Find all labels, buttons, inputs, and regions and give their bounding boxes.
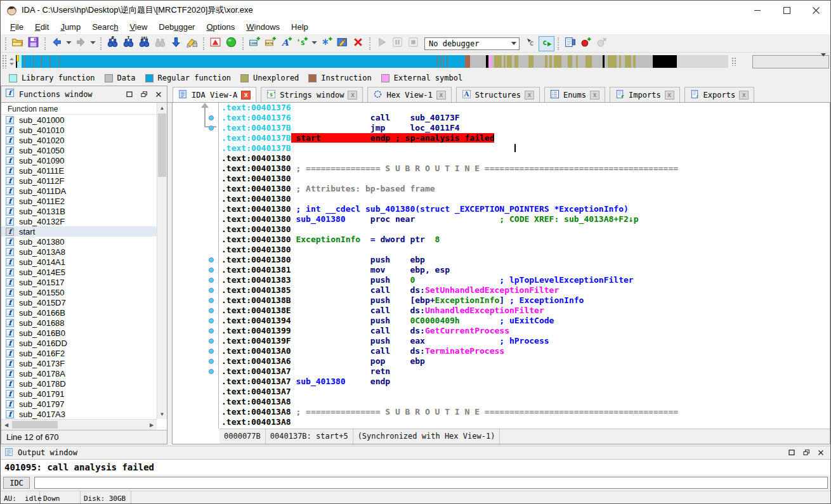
search-immediate-button[interactable]: # [105,36,121,51]
disassembly-line[interactable]: .text:0040137B [221,143,830,153]
disassembly-line[interactable]: .text:0040139F push eax ; hProcess [221,336,830,346]
tab-close-icon[interactable]: x [665,91,674,100]
scroll-left-icon[interactable]: ◀ [1,422,11,428]
output-close-button[interactable] [818,449,824,456]
function-row[interactable]: fsub_401000 [1,115,157,125]
tab-imports[interactable]: Importsx [610,87,680,102]
forward-button[interactable] [73,36,89,51]
navigation-band[interactable] [16,55,728,68]
continue-process-button[interactable]: c [539,36,554,51]
tab-close-icon[interactable]: x [739,91,749,100]
analysis-indicator[interactable] [223,36,239,51]
debug-start-button[interactable] [374,36,389,51]
make-code-button[interactable]: CODE [247,36,263,51]
close-button[interactable] [801,1,830,20]
search-binary-button[interactable]: 101 [136,36,152,51]
back-dropdown[interactable] [65,36,73,51]
function-row[interactable]: fsub_40111E [1,165,157,176]
disassembly-line[interactable]: .text:00401380 ExceptionInfo = dword ptr… [221,235,830,245]
disassembly-line[interactable]: .text:0040138B push [ebp+ExceptionInfo] … [221,295,830,306]
function-row[interactable]: fsub_401380 [1,236,157,247]
function-row[interactable]: fsub_401050 [1,145,157,155]
maximize-button[interactable] [772,1,801,20]
edit-function-button[interactable] [334,36,350,51]
disassembly-line[interactable]: .text:00401380 [221,194,830,204]
function-row[interactable]: fsub_401791 [1,389,157,399]
undefine-button[interactable] [350,36,366,51]
search-again-button[interactable] [152,36,168,51]
disassembly-line[interactable]: .text:004013A7 retn [221,366,830,377]
disassembly-line[interactable]: .text:0040137B start endp ; sp-analysis … [221,133,830,143]
highlight-button[interactable] [184,36,200,51]
output-restore-button[interactable] [788,449,795,456]
disassembly-line[interactable]: .text:00401376 [221,103,830,113]
disassembly-line[interactable]: .text:00401380 ; Attributes: bp-based fr… [221,184,830,194]
tab-close-icon[interactable]: x [348,91,357,100]
menu-file[interactable]: File [4,20,29,34]
string-dropdown[interactable] [310,36,318,51]
output-float-button[interactable] [803,449,810,456]
disassembly-line[interactable]: .text:004013A7 sub_401380 endp [221,377,830,387]
functions-float-button[interactable] [141,91,148,98]
debugger-windows-button[interactable] [562,36,578,51]
disassembly-line[interactable]: .text:0040138E call ds:UnhandledExceptio… [221,306,830,316]
function-row[interactable]: fstart [1,226,157,236]
function-row[interactable]: fsub_40112F [1,176,157,186]
functions-horizontal-scrollbar[interactable]: ◀ ▶ [1,419,157,430]
disassembly-line[interactable]: .text:00401380 push ebp [221,255,830,265]
disassembly-line[interactable]: .text:00401394 push 0C0000409h ; uExitCo… [221,316,830,326]
navband-drag-handle[interactable] [2,55,8,68]
function-row[interactable]: fsub_4016B0 [1,328,157,338]
disassembly-line[interactable]: .text:00401380 [221,153,830,164]
disassembly-line[interactable]: .text:00401381 mov ebp, esp [221,265,830,275]
menu-help[interactable]: Help [285,20,314,34]
debugger-combo[interactable]: No debugger [424,37,520,50]
tab-structures[interactable]: AStructuresx [456,87,540,102]
menu-debugger[interactable]: Debugger [153,20,200,34]
scroll-right-icon[interactable]: ▶ [147,422,157,428]
tab-hex-view-1[interactable]: Hex View-1x [367,87,451,102]
menu-view[interactable]: View [124,20,153,34]
add-breakpoint-button[interactable] [578,36,594,51]
save-button[interactable] [25,36,41,51]
function-row[interactable]: fsub_401797 [1,399,157,409]
function-row[interactable]: fsub_4016F2 [1,348,157,358]
scroll-up-icon[interactable]: ▲ [157,103,167,113]
function-row[interactable]: fsub_4017A3 [1,409,157,419]
function-row[interactable]: fsub_401010 [1,125,157,135]
function-row[interactable]: fsub_4014A1 [1,257,157,267]
tab-close-icon[interactable]: x [241,91,251,100]
jump-address-button[interactable] [168,36,184,51]
disassembly-line[interactable]: .text:004013A8 [221,397,830,407]
function-row[interactable]: fsub_40178D [1,378,157,389]
disassembly-line[interactable]: .text:0040137B jmp loc_4011F4 [221,123,830,133]
function-row[interactable]: fsub_40178A [1,368,157,378]
menu-options[interactable]: Options [200,20,240,34]
disassembly-line[interactable]: .text:00401376 call sub_40173F [221,113,830,123]
disassembly-line[interactable]: .text:004013A8 [221,417,830,427]
disassembly-line[interactable]: .text:004013A7 [221,387,830,397]
idc-command-input[interactable] [34,477,828,489]
function-row[interactable]: fsub_4013A8 [1,247,157,257]
open-file-button[interactable] [10,36,25,51]
function-row[interactable]: fsub_401550 [1,287,157,297]
functions-restore-button[interactable] [126,91,133,98]
disassembly-line[interactable]: .text:004013A6 pop ebp [221,356,830,366]
disassembly-line[interactable]: .text:00401399 call ds:GetCurrentProcess [221,326,830,336]
menu-jump[interactable]: Jump [55,20,86,34]
function-row[interactable]: fsub_40166B [1,307,157,318]
search-text-button[interactable]: T [121,36,136,51]
function-row[interactable]: fsub_4016DD [1,338,157,348]
disassembly-line[interactable]: .text:00401380 [221,245,830,255]
function-row[interactable]: fsub_401020 [1,135,157,145]
tab-enums[interactable]: Enumsx [544,87,605,102]
panel-splitter[interactable] [167,103,172,444]
minimize-button[interactable] [743,1,772,20]
navband-spin-arrows[interactable] [9,57,15,68]
tab-exports[interactable]: Exportsx [684,87,755,102]
function-row[interactable]: fsub_4011E2 [1,196,157,206]
disassembly-line[interactable]: .text:00401385 call ds:SetUnhandledExcep… [221,285,830,295]
tab-ida-view-a[interactable]: IDA View-Ax [173,87,256,102]
menu-windows[interactable]: Windows [240,20,285,34]
disassembly-line[interactable]: .text:004013A0 call ds:TerminateProcess [221,346,830,356]
